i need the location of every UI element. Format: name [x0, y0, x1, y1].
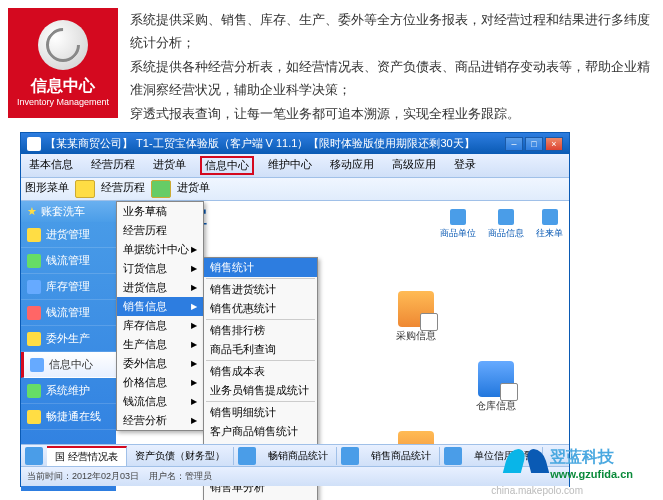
- submenu-item[interactable]: 业务员销售提成统计: [204, 381, 317, 400]
- description: 系统提供采购、销售、库存、生产、委外等全方位业务报表，对经营过程和结果进行多纬度…: [130, 8, 655, 125]
- status-time: 当前时间：2012年02月03日: [27, 470, 139, 483]
- sidebar-item[interactable]: 畅捷通在线: [21, 404, 116, 430]
- submenu-item[interactable]: 客户商品销售统计: [204, 422, 317, 441]
- desktop-icon-warehouse[interactable]: 仓库信息: [476, 361, 516, 413]
- app-icon: [27, 137, 41, 151]
- menu-item[interactable]: 移动应用: [326, 156, 378, 175]
- submenu-item[interactable]: 销售明细统计: [204, 403, 317, 422]
- window-title: 【某某商贸公司】 T1-工贸宝体验版（客户端 V 11.1）【限时体验版使用期限…: [45, 136, 475, 151]
- shortcut[interactable]: 往来单: [536, 209, 563, 240]
- sidebar-icon: [30, 358, 44, 372]
- toolbar-label[interactable]: 图形菜单: [25, 180, 69, 198]
- titlebar[interactable]: 【某某商贸公司】 T1-工贸宝体验版（客户端 V 11.1）【限时体验版使用期限…: [21, 133, 569, 154]
- toolbar: 图形菜单 经营历程 进货单: [21, 178, 569, 201]
- bottom-tabbar: 国 经营情况表 资产负债（财务型） 畅销商品统计 销售商品统计 单位信用报警: [21, 444, 569, 466]
- sidebar-item[interactable]: 钱流管理: [21, 300, 116, 326]
- submenu-item[interactable]: 销售进货统计: [204, 280, 317, 299]
- toolbar-item[interactable]: 经营历程: [101, 180, 145, 198]
- sidebar-header: ★ 账套洗车: [21, 201, 116, 222]
- logo-icon: [38, 20, 88, 70]
- toolbar-icon[interactable]: [75, 180, 95, 198]
- desc-p1: 系统提供采购、销售、库存、生产、委外等全方位业务报表，对经营过程和结果进行多纬度…: [130, 8, 655, 55]
- company-logo: 翌蓝科技 www.gzufida.cn: [506, 447, 633, 480]
- sidebar-icon: [27, 228, 41, 242]
- sidebar-item-label: 钱流管理: [46, 305, 90, 320]
- menu-item[interactable]: 维护中心: [264, 156, 316, 175]
- submenu-item[interactable]: 商品毛利查询: [204, 340, 317, 359]
- sidebar-item-label: 信息中心: [49, 357, 93, 372]
- sidebar-item[interactable]: 委外生产: [21, 326, 116, 352]
- tab[interactable]: 销售商品统计: [363, 447, 440, 465]
- sidebar-item-label: 委外生产: [46, 331, 90, 346]
- shortcut[interactable]: 商品信息: [488, 209, 524, 240]
- sidebar-icon: [27, 254, 41, 268]
- menu-item[interactable]: 登录: [450, 156, 480, 175]
- dropdown-item[interactable]: 订货信息▶: [117, 259, 203, 278]
- shortcuts: 商品单位 商品信息 往来单: [440, 209, 563, 240]
- dropdown-item[interactable]: 单据统计中心▶: [117, 240, 203, 259]
- desktop-icon-purchase[interactable]: 采购信息: [396, 291, 436, 343]
- sidebar-header-label: 账套洗车: [41, 204, 85, 219]
- sidebar-icon: [27, 410, 41, 424]
- sidebar-item[interactable]: 钱流管理: [21, 248, 116, 274]
- toolbar-icon[interactable]: [151, 180, 171, 198]
- wing-icon: [506, 449, 546, 479]
- close-button[interactable]: ×: [545, 137, 563, 151]
- status-user: 用户名：管理员: [149, 470, 212, 483]
- app-window: 【某某商贸公司】 T1-工贸宝体验版（客户端 V 11.1）【限时体验版使用期限…: [20, 132, 570, 487]
- sidebar-item[interactable]: 库存管理: [21, 274, 116, 300]
- tab-icon[interactable]: [25, 447, 43, 465]
- desc-p2: 系统提供各种经营分析表，如经营情况表、资产负债表、商品进销存变动表等，帮助企业精…: [130, 55, 655, 102]
- shortcut-icon: [450, 209, 466, 225]
- submenu-item[interactable]: 销售排行榜: [204, 321, 317, 340]
- dropdown-item[interactable]: 钱流信息▶: [117, 392, 203, 411]
- menubar: 基本信息 经营历程 进货单 信息中心 维护中心 移动应用 高级应用 登录: [21, 154, 569, 178]
- sidebar-item-active[interactable]: 信息中心: [21, 352, 116, 378]
- sidebar-item[interactable]: 进货管理: [21, 222, 116, 248]
- shortcut-icon: [542, 209, 558, 225]
- sidebar-icon: [27, 332, 41, 346]
- watermark: china.makepolo.com: [491, 485, 583, 496]
- tab-icon[interactable]: [341, 447, 359, 465]
- folder-icon: [478, 361, 514, 397]
- tab[interactable]: 畅销商品统计: [260, 447, 337, 465]
- logo-cn: 信息中心: [31, 76, 95, 97]
- tab[interactable]: 资产负债（财务型）: [127, 447, 234, 465]
- company-url: www.gzufida.cn: [550, 468, 633, 480]
- dropdown-menu: 业务草稿经营历程单据统计中心▶订货信息▶进货信息▶销售信息▶库存信息▶生产信息▶…: [116, 201, 204, 431]
- dropdown-item[interactable]: 经营分析▶: [117, 411, 203, 430]
- dropdown-item[interactable]: 经营历程: [117, 221, 203, 240]
- tab-active[interactable]: 国 经营情况表: [47, 446, 127, 466]
- company-name: 翌蓝科技: [550, 447, 633, 468]
- toolbar-item[interactable]: 进货单: [177, 180, 210, 198]
- menu-item[interactable]: 高级应用: [388, 156, 440, 175]
- menu-item[interactable]: 经营历程: [87, 156, 139, 175]
- sidebar-item[interactable]: 系统维护: [21, 378, 116, 404]
- sidebar-icon: [27, 384, 41, 398]
- menu-item[interactable]: 基本信息: [25, 156, 77, 175]
- submenu-item[interactable]: 销售成本表: [204, 362, 317, 381]
- submenu-item[interactable]: 销售优惠统计: [204, 299, 317, 318]
- menu-item[interactable]: 进货单: [149, 156, 190, 175]
- dropdown-item[interactable]: 委外信息▶: [117, 354, 203, 373]
- menu-item-active[interactable]: 信息中心: [200, 156, 254, 175]
- shortcut[interactable]: 商品单位: [440, 209, 476, 240]
- maximize-button[interactable]: □: [525, 137, 543, 151]
- submenu-item[interactable]: 销售统计: [204, 258, 317, 277]
- sidebar-icon: [27, 280, 41, 294]
- tab-icon[interactable]: [238, 447, 256, 465]
- sidebar-item-label: 畅捷通在线: [46, 409, 101, 424]
- dropdown-item[interactable]: 生产信息▶: [117, 335, 203, 354]
- sidebar-item-label: 进货管理: [46, 227, 90, 242]
- sidebar-item-label: 库存管理: [46, 279, 90, 294]
- dropdown-item[interactable]: 销售信息▶: [117, 297, 203, 316]
- dropdown-item[interactable]: 业务草稿: [117, 202, 203, 221]
- sidebar-item-label: 钱流管理: [46, 253, 90, 268]
- logo-block: 信息中心 Inventory Management: [8, 8, 118, 118]
- dropdown-item[interactable]: 库存信息▶: [117, 316, 203, 335]
- folder-icon: [398, 291, 434, 327]
- dropdown-item[interactable]: 进货信息▶: [117, 278, 203, 297]
- dropdown-item[interactable]: 价格信息▶: [117, 373, 203, 392]
- minimize-button[interactable]: –: [505, 137, 523, 151]
- tab-icon[interactable]: [444, 447, 462, 465]
